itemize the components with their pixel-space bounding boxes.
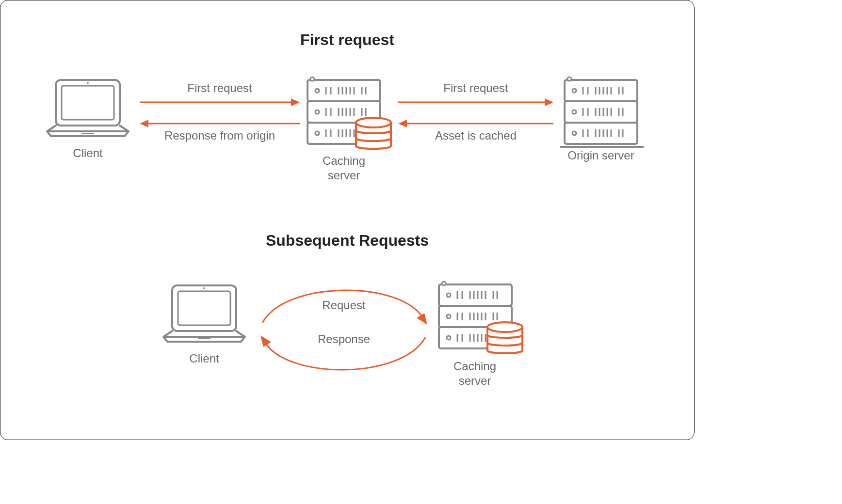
section2-title: Subsequent Requests bbox=[250, 232, 444, 250]
svg-point-90 bbox=[447, 315, 451, 318]
svg-point-38 bbox=[356, 118, 391, 127]
svg-point-2 bbox=[87, 82, 89, 84]
svg-rect-1 bbox=[62, 86, 114, 120]
origin-server-icon bbox=[561, 76, 648, 149]
arrows-request-response bbox=[257, 274, 431, 386]
svg-point-119 bbox=[442, 282, 446, 285]
client-icon-2 bbox=[161, 283, 248, 346]
svg-marker-79 bbox=[545, 98, 553, 106]
svg-point-84 bbox=[203, 287, 205, 289]
svg-marker-75 bbox=[291, 98, 300, 106]
arrow-label-first-request-left: First request bbox=[140, 81, 300, 95]
client-label-2: Client bbox=[161, 351, 248, 366]
svg-point-8 bbox=[315, 110, 319, 114]
arrow-label-request: Request bbox=[286, 298, 402, 313]
svg-point-91 bbox=[447, 336, 451, 340]
svg-rect-83 bbox=[178, 291, 230, 325]
svg-marker-121 bbox=[417, 313, 427, 325]
svg-marker-81 bbox=[398, 120, 407, 127]
client-label-1: Client bbox=[44, 146, 131, 160]
svg-point-44 bbox=[572, 131, 576, 135]
svg-marker-122 bbox=[260, 335, 271, 347]
arrow-label-response-origin: Response from origin bbox=[140, 128, 300, 143]
client-icon bbox=[44, 77, 131, 140]
svg-point-120 bbox=[487, 322, 522, 332]
caching-server-icon-2 bbox=[435, 281, 532, 358]
svg-point-43 bbox=[572, 110, 576, 114]
svg-rect-0 bbox=[56, 80, 120, 126]
svg-point-7 bbox=[315, 89, 319, 93]
diagram-canvas: First request Client bbox=[0, 0, 695, 440]
svg-rect-82 bbox=[172, 285, 236, 331]
svg-point-37 bbox=[310, 77, 314, 81]
arrow-label-first-request-right: First request bbox=[398, 81, 553, 95]
caching-server-label-2: Caching server bbox=[431, 359, 518, 388]
section1-title: First request bbox=[250, 31, 444, 49]
origin-server-label: Origin server bbox=[528, 148, 674, 163]
svg-point-42 bbox=[572, 89, 576, 93]
arrow-label-response: Response bbox=[286, 332, 402, 346]
svg-marker-77 bbox=[140, 120, 148, 127]
caching-server-label-1: Caching server bbox=[300, 154, 388, 183]
svg-point-72 bbox=[567, 77, 571, 81]
svg-point-9 bbox=[315, 131, 319, 135]
arrows-client-to-cache bbox=[140, 96, 300, 130]
arrows-cache-to-origin bbox=[398, 96, 553, 130]
caching-server-icon-1 bbox=[304, 76, 401, 154]
svg-point-89 bbox=[447, 293, 451, 297]
arrow-label-asset-cached: Asset is cached bbox=[398, 128, 553, 143]
